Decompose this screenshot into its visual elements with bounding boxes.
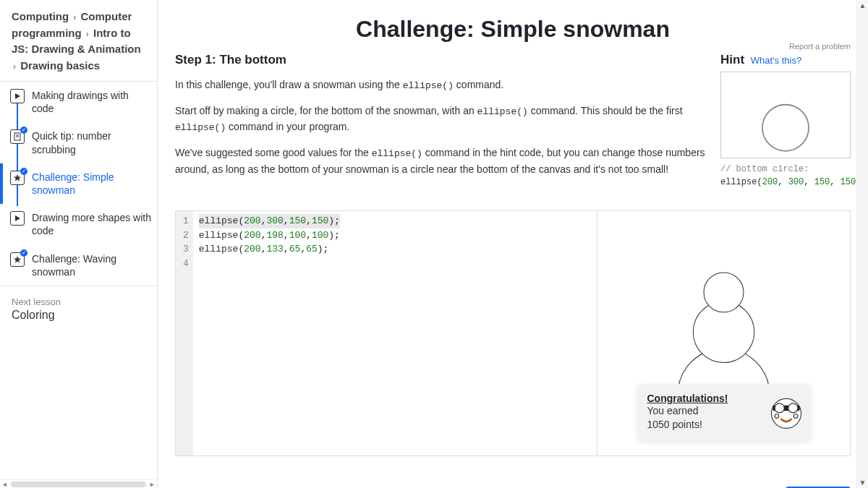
scroll-down-icon[interactable]: ▼ [857,477,868,488]
svg-point-10 [704,273,744,312]
lesson-item-making-drawings[interactable]: Making drawings with code [0,82,157,122]
sidebar-horizontal-scrollbar[interactable]: ◄ ► [0,479,157,488]
svg-point-14 [788,403,797,413]
editor-row: 1 2 3 4 ellipse(200,300,150,150); ellips… [175,210,851,456]
check-badge-icon: ✓ [20,168,27,175]
step-heading: Step 1: The bottom [175,53,706,67]
lesson-item-challenge-waving-snowman[interactable]: ✓ Challenge: Waving snowman [0,245,157,286]
check-badge-icon: ✓ [20,127,27,134]
next-lesson-label: Next lesson [12,296,145,307]
svg-point-15 [775,414,779,419]
mascot-icon [766,392,807,432]
code-editor[interactable]: 1 2 3 4 ellipse(200,300,150,150); ellips… [176,211,597,455]
scroll-thumb[interactable] [11,481,146,487]
congrats-body: You earned1050 points! [647,404,760,432]
lesson-label: Challenge: Waving snowman [32,252,151,278]
svg-point-11 [771,399,801,429]
code-body[interactable]: ellipse(200,300,150,150); ellipse(200,19… [193,211,346,455]
report-problem-link[interactable]: Report a problem [789,42,851,51]
scroll-up-icon[interactable]: ▲ [857,0,868,11]
scroll-left-icon[interactable]: ◄ [1,481,8,488]
lesson-label: Making drawings with code [32,89,151,115]
lesson-item-drawing-more-shapes[interactable]: Drawing more shapes with code [0,204,157,244]
svg-marker-5 [15,215,20,221]
svg-point-7 [762,105,809,151]
play-icon [10,211,25,226]
svg-point-16 [793,414,798,419]
instruction-p3: We've suggested some good values for the… [175,145,706,177]
svg-marker-4 [14,174,21,181]
lesson-item-challenge-simple-snowman[interactable]: ✓ Challenge: Simple snowman [0,163,157,204]
next-lesson-link[interactable]: Next lesson Coloring [0,286,157,332]
scroll-right-icon[interactable]: ► [149,481,156,488]
page-title: Challenge: Simple snowman [175,0,851,53]
congrats-toast: Congratulations! You earned1050 points! [637,384,811,441]
svg-marker-0 [15,93,20,99]
star-icon: ✓ [10,252,25,267]
congrats-title: Congratulations! [647,393,760,404]
instructions: Step 1: The bottom In this challenge, yo… [175,53,706,187]
lesson-label: Challenge: Simple snowman [32,171,151,197]
line-gutter: 1 2 3 4 [176,211,193,455]
next-lesson-title: Coloring [12,309,145,322]
svg-marker-6 [14,256,21,263]
doc-icon: ✓ [10,129,25,144]
page-vertical-scrollbar[interactable]: ▲ ▼ [856,0,868,488]
play-icon [10,89,25,103]
lesson-label: Drawing more shapes with code [32,211,151,237]
svg-point-13 [775,403,784,413]
lesson-list: Making drawings with code ✓ Quick tip: n… [0,81,157,479]
lesson-item-quick-tip[interactable]: ✓ Quick tip: number scrubbing [0,122,157,163]
main-content: Challenge: Simple snowman Report a probl… [158,0,868,488]
hint-preview-image [720,72,851,158]
instruction-p2: Start off by making a circle, for the bo… [175,103,706,135]
output-canvas: Congratulations! You earned1050 points! [597,211,850,455]
lesson-label: Quick tip: number scrubbing [32,129,151,155]
instruction-p1: In this challenge, you'll draw a snowman… [175,77,706,93]
breadcrumb[interactable]: Computing › Computer programming › Intro… [0,0,157,81]
sidebar: Computing › Computer programming › Intro… [0,0,158,488]
hint-panel: Hint What's this? // bottom circle: elli… [720,53,851,189]
check-badge-icon: ✓ [20,249,27,257]
star-icon: ✓ [10,171,25,185]
